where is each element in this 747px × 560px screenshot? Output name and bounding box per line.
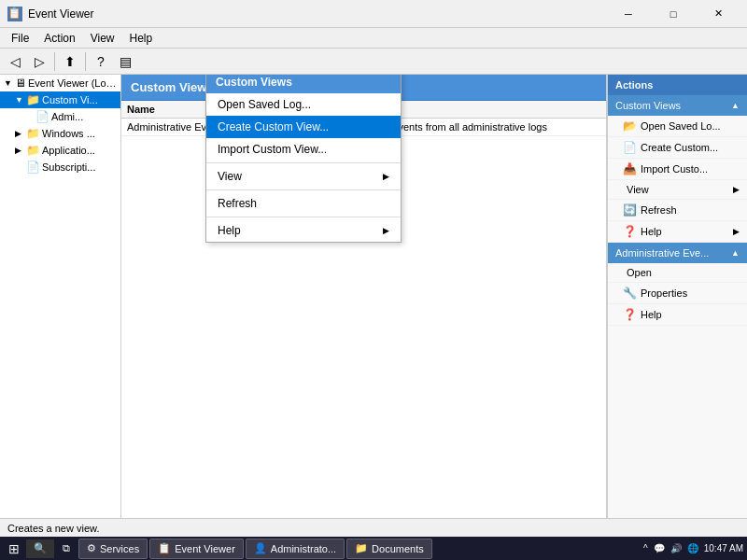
toolbar-view-button[interactable]: ▤ xyxy=(114,51,136,72)
status-text: Creates a new view. xyxy=(7,523,99,534)
tree-item-eventviewer[interactable]: ▼ 🖥 Event Viewer (Loca... xyxy=(0,75,120,91)
title-bar-controls: ─ □ ✕ xyxy=(607,5,740,23)
action-properties[interactable]: 🔧 Properties xyxy=(608,283,747,304)
left-panel: ▼ 🖥 Event Viewer (Loca... ▼ 📁 Custom Vi.… xyxy=(0,75,121,537)
tree-label-customviews: Custom Vi... xyxy=(42,94,98,105)
action-help-2[interactable]: ❓ Help xyxy=(608,304,747,326)
menu-help[interactable]: Help xyxy=(122,30,161,47)
action-importcustom[interactable]: 📥 Import Custo... xyxy=(608,159,747,180)
eventviewer-taskbar-icon: 📋 xyxy=(158,542,171,554)
action-help[interactable]: ❓ Help ▶ xyxy=(608,221,747,243)
services-label: Services xyxy=(100,543,139,554)
tree-icon-custom: 📁 xyxy=(26,93,40,106)
tree-arrow: ▼ xyxy=(4,78,13,88)
menu-file[interactable]: File xyxy=(4,30,36,47)
ctx-divider-3 xyxy=(206,217,401,217)
ctx-item-opensavedlog[interactable]: Open Saved Log... xyxy=(206,93,401,116)
minimize-button[interactable]: ─ xyxy=(607,5,650,23)
action-view[interactable]: View ▶ xyxy=(608,180,747,200)
tree-item-admin[interactable]: 📄 Admi... xyxy=(0,108,120,125)
close-button[interactable]: ✕ xyxy=(697,5,740,23)
context-menu-header: Custom Views xyxy=(206,75,401,93)
ctx-item-view[interactable]: View ▶ xyxy=(206,165,401,188)
actions-header-text: Actions xyxy=(615,79,653,91)
taskbar-app-eventviewer[interactable]: 📋 Event Viewer xyxy=(149,539,244,559)
tree-icon-eventviewer: 🖥 xyxy=(15,77,26,90)
taskbar-volume[interactable]: 🔊 xyxy=(670,543,682,553)
properties-icon: 🔧 xyxy=(623,287,637,300)
task-view-button[interactable]: ⧉ xyxy=(56,539,77,558)
action-opensavedlog[interactable]: 📂 Open Saved Lo... xyxy=(608,116,747,137)
ctx-label-help: Help xyxy=(218,224,241,237)
ctx-item-importcustomview[interactable]: Import Custom View... xyxy=(206,138,401,161)
help-arrow: ▶ xyxy=(733,227,740,236)
taskbar-app-documents[interactable]: 📁 Documents xyxy=(346,539,432,559)
admineve-collapse-arrow[interactable]: ▲ xyxy=(731,248,740,258)
toolbar-separator-2 xyxy=(85,52,86,71)
taskbar-app-admin[interactable]: 👤 Administrato... xyxy=(246,539,345,559)
action-createcustom-label: Create Custom... xyxy=(641,142,718,153)
action-help2-label: Help xyxy=(641,309,662,320)
start-button[interactable]: ⊞ xyxy=(4,539,24,559)
toolbar-help-button[interactable]: ? xyxy=(90,51,112,72)
ctx-item-help[interactable]: Help ▶ xyxy=(206,219,401,242)
menu-bar: File Action View Help xyxy=(0,28,747,49)
help-icon: ❓ xyxy=(623,225,637,238)
ctx-item-createcustomview[interactable]: Create Custom View... xyxy=(206,116,401,138)
documents-label: Documents xyxy=(372,543,424,554)
toolbar-forward-button[interactable]: ▷ xyxy=(28,51,50,72)
toolbar-back-button[interactable]: ◁ xyxy=(4,51,26,72)
toolbar-up-button[interactable]: ⬆ xyxy=(59,51,81,72)
action-importcustom-label: Import Custo... xyxy=(641,163,708,175)
taskbar-app-services[interactable]: ⚙ Services xyxy=(78,539,148,559)
ctx-arrow-view: ▶ xyxy=(383,172,389,181)
ctx-divider-2 xyxy=(206,189,401,190)
ctx-divider-1 xyxy=(206,162,401,163)
customviews-action-label: Custom Views xyxy=(615,100,681,111)
taskbar-chat[interactable]: 💬 xyxy=(654,543,665,553)
tree-label-applications: Applicatio... xyxy=(42,145,95,156)
toolbar: ◁ ▷ ⬆ ? ▤ xyxy=(0,49,747,75)
context-menu: Custom Views Open Saved Log... Create Cu… xyxy=(205,75,402,243)
action-open[interactable]: Open xyxy=(608,263,747,283)
tree-item-windows[interactable]: ▶ 📁 Windows ... xyxy=(0,125,120,142)
tree-label-subscriptions: Subscripti... xyxy=(42,161,95,173)
help2-icon: ❓ xyxy=(623,308,637,321)
taskbar-search-button[interactable]: 🔍 xyxy=(26,539,54,558)
tree-item-customviews[interactable]: ▼ 📁 Custom Vi... xyxy=(0,91,120,108)
right-panel: Actions Custom Views ▲ 📂 Open Saved Lo..… xyxy=(607,75,747,537)
action-view-label: View xyxy=(627,184,649,195)
tree-item-subscriptions[interactable]: 📄 Subscripti... xyxy=(0,159,120,175)
tree-icon-windows: 📁 xyxy=(26,127,40,140)
menu-action[interactable]: Action xyxy=(36,30,82,47)
tree-icon-applications: 📁 xyxy=(26,144,40,157)
app-icon: 📋 xyxy=(7,7,22,21)
ctx-label-createcustomview: Create Custom View... xyxy=(218,120,329,133)
customviews-action-header: Custom Views ▲ xyxy=(608,95,747,116)
taskbar-sys-icons: ^ 💬 🔊 🌐 xyxy=(640,543,702,553)
tree-icon-subscriptions: 📄 xyxy=(26,161,40,174)
admin-label: Administrato... xyxy=(271,543,336,554)
tree-arrow-windows: ▶ xyxy=(15,129,24,138)
menu-view[interactable]: View xyxy=(83,30,122,47)
documents-taskbar-icon: 📁 xyxy=(355,542,368,554)
taskbar-caret[interactable]: ^ xyxy=(643,543,648,553)
ctx-arrow-help: ▶ xyxy=(383,226,389,235)
action-opensavedlog-label: Open Saved Lo... xyxy=(641,120,721,132)
ctx-item-refresh[interactable]: Refresh xyxy=(206,192,401,215)
refresh-icon: 🔄 xyxy=(623,203,637,217)
center-panel: Custom Views Name Description Administra… xyxy=(121,75,607,537)
tree-label-admin: Admi... xyxy=(51,111,83,122)
action-createcustom[interactable]: 📄 Create Custom... xyxy=(608,137,747,159)
action-open-label: Open xyxy=(627,267,652,278)
tree-label-eventviewer: Event Viewer (Loca... xyxy=(28,77,117,89)
view-arrow: ▶ xyxy=(733,185,740,194)
tree-view: ▼ 🖥 Event Viewer (Loca... ▼ 📁 Custom Vi.… xyxy=(0,75,120,525)
maximize-button[interactable]: □ xyxy=(652,5,695,23)
action-refresh[interactable]: 🔄 Refresh xyxy=(608,200,747,221)
taskbar-network[interactable]: 🌐 xyxy=(687,543,698,553)
opensavedlog-icon: 📂 xyxy=(623,119,637,133)
tree-arrow-applications: ▶ xyxy=(15,146,24,155)
customviews-collapse-arrow[interactable]: ▲ xyxy=(731,101,740,110)
tree-item-applications[interactable]: ▶ 📁 Applicatio... xyxy=(0,142,120,159)
